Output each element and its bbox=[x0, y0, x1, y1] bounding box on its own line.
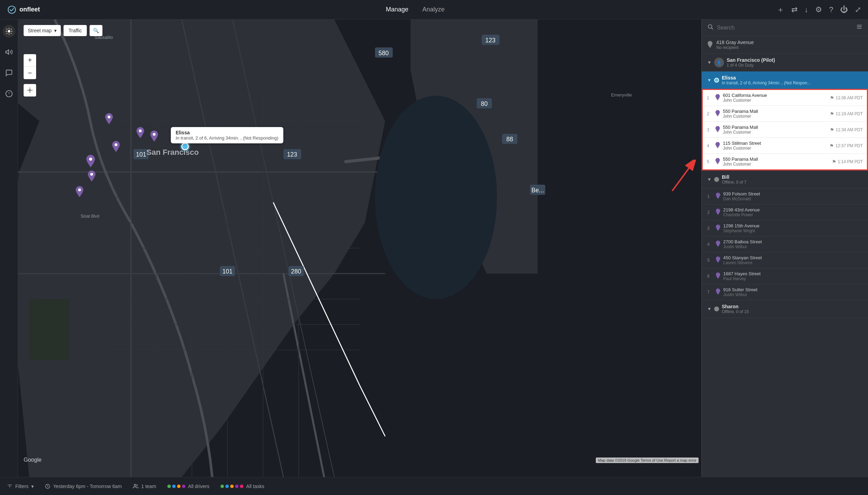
task-number: 1 bbox=[707, 194, 713, 199]
svg-point-56 bbox=[78, 188, 81, 191]
map-area: 101 101 280 123 123 580 80 88 Be... Saus… bbox=[18, 19, 701, 477]
svg-text:123: 123 bbox=[485, 37, 495, 44]
task-recipient: Justin Wilbur bbox=[723, 244, 762, 249]
search-bar bbox=[702, 19, 868, 36]
task-recipient: Paul Harvey bbox=[723, 276, 761, 281]
search-icon bbox=[707, 24, 713, 32]
task-recipient: John Customer bbox=[723, 162, 758, 167]
task-pin-icon bbox=[715, 110, 720, 118]
task-address: 916 Sutter Street bbox=[723, 287, 757, 292]
switch-icon[interactable]: ⇄ bbox=[791, 5, 798, 14]
task-row[interactable]: 3 1298 15th Avenue Stephanie Wright bbox=[702, 220, 868, 236]
task-recipient: John Customer bbox=[723, 98, 767, 103]
driver-elissa-header[interactable]: ▼ Elissa In transit, 2 of 6, Arriving 34… bbox=[702, 72, 868, 89]
task-row[interactable]: 6 1687 Hayes Street Paul Harvey bbox=[702, 268, 868, 284]
task-recipient: John Customer bbox=[723, 146, 761, 151]
task-address: 115 Stillman Street bbox=[723, 141, 761, 146]
task-pin-icon bbox=[716, 241, 720, 248]
task-address: 939 Folsom Street bbox=[723, 191, 760, 196]
task-recipient: Justin Wilbur bbox=[723, 292, 757, 297]
task-number: 3 bbox=[707, 226, 713, 231]
settings-icon[interactable]: ⚙ bbox=[815, 5, 822, 14]
help-icon[interactable]: ? bbox=[829, 5, 833, 14]
traffic-button[interactable]: Traffic bbox=[64, 25, 86, 36]
google-watermark: Google bbox=[24, 457, 42, 463]
task-address: 450 Stanyan Street bbox=[723, 255, 762, 260]
driver-bill-header[interactable]: ▼ Bill Offline, 0 of 7 bbox=[702, 171, 868, 188]
task-row[interactable]: 4 2700 Balboa Street Justin Wilbur bbox=[702, 236, 868, 252]
task-row[interactable]: 4 115 Stillman Street John Customer ⚑ 12… bbox=[703, 138, 867, 154]
logout-icon[interactable]: ⏻ bbox=[840, 5, 848, 14]
megaphone-icon[interactable] bbox=[3, 46, 15, 58]
svg-point-53 bbox=[115, 143, 117, 146]
svg-text:123: 123 bbox=[287, 151, 297, 158]
flag-icon: ⚑ bbox=[830, 95, 834, 101]
driver-group-sf-pilot[interactable]: ▼ 👤 San Francisco (Pilot) 1 of 4 On Duty bbox=[702, 54, 868, 72]
tab-analyze[interactable]: Analyze bbox=[422, 5, 444, 15]
expand-icon[interactable]: ⤢ bbox=[855, 5, 861, 14]
alert-icon[interactable] bbox=[3, 87, 15, 100]
time-range-display: Yesterday 6pm - Tomorrow 6am bbox=[45, 484, 122, 489]
download-icon[interactable]: ↓ bbox=[804, 5, 808, 14]
svg-point-54 bbox=[89, 158, 92, 161]
driver-status-dot-bill bbox=[714, 177, 719, 182]
svg-text:580: 580 bbox=[378, 50, 389, 57]
status-bar: Filters ▾ Yesterday 6pm - Tomorrow 6am 1… bbox=[0, 477, 868, 495]
search-input[interactable] bbox=[717, 25, 853, 31]
chevron-right-icon-sharon: ▼ bbox=[707, 307, 711, 311]
my-location-button[interactable] bbox=[24, 84, 36, 97]
filters-button[interactable]: Filters ▾ bbox=[7, 484, 34, 489]
map-pin-5 bbox=[86, 155, 95, 169]
group-name: San Francisco (Pilot) bbox=[727, 57, 775, 63]
task-address: 1687 Hayes Street bbox=[723, 271, 761, 276]
task-row[interactable]: 7 916 Sutter Street Justin Wilbur bbox=[702, 284, 868, 300]
chevron-down-icon: ▼ bbox=[707, 60, 711, 65]
task-row[interactable]: 1 601 California Avenue John Customer ⚑ … bbox=[703, 90, 867, 106]
search-map-button[interactable]: 🔍 bbox=[90, 25, 102, 36]
task-time: ⚑ 1:14 PM PDT bbox=[832, 159, 863, 165]
svg-text:101: 101 bbox=[136, 151, 146, 158]
driver-status-sharon: Offline, 0 of 15 bbox=[722, 309, 749, 314]
zoom-out-button[interactable]: − bbox=[24, 67, 36, 79]
add-icon[interactable]: ＋ bbox=[777, 5, 784, 15]
svg-point-57 bbox=[708, 25, 712, 28]
group-avatar: 👤 bbox=[714, 58, 724, 67]
task-time: ⚑ 12:37 PM PDT bbox=[829, 143, 863, 149]
svg-text:280: 280 bbox=[291, 268, 301, 275]
map-pin-7 bbox=[75, 186, 84, 199]
unassigned-recipient: No recipient bbox=[716, 45, 754, 50]
driver-location-dot bbox=[181, 143, 189, 150]
task-time: ⚑ 11:19 AM PDT bbox=[830, 111, 863, 117]
task-row[interactable]: 3 550 Panama Mall John Customer ⚑ 11:34 … bbox=[703, 122, 867, 138]
task-recipient: John Customer bbox=[723, 130, 758, 135]
flag-icon: ⚑ bbox=[832, 159, 836, 165]
dashboard-icon[interactable] bbox=[3, 25, 15, 37]
task-row[interactable]: 1 939 Folsom Street Dan McDonald bbox=[702, 188, 868, 204]
chat-icon[interactable] bbox=[3, 67, 15, 79]
task-row[interactable]: 5 550 Panama Mall John Customer ⚑ 1:14 P… bbox=[703, 154, 867, 169]
task-row[interactable]: 2 2198 43rd Avenue Charlotte Power bbox=[702, 204, 868, 220]
svg-text:Be...: Be... bbox=[531, 187, 544, 194]
svg-text:88: 88 bbox=[506, 136, 513, 143]
bill-task-rows: 1 939 Folsom Street Dan McDonald 2 bbox=[702, 188, 868, 300]
map-pin-4 bbox=[112, 141, 120, 153]
list-view-icon[interactable] bbox=[856, 24, 862, 32]
tab-manage[interactable]: Manage bbox=[386, 5, 408, 15]
task-row[interactable]: 2 550 Panama Mall John Customer ⚑ 11:19 … bbox=[703, 106, 867, 122]
nav-right: ＋ ⇄ ↓ ⚙ ? ⏻ ⤢ bbox=[777, 5, 861, 15]
zoom-in-button[interactable]: + bbox=[24, 54, 36, 67]
driver-status-elissa: In transit, 2 of 6, Arriving 34min. , (N… bbox=[722, 81, 811, 85]
svg-point-51 bbox=[139, 129, 142, 132]
map-style-select[interactable]: Street map ▾ bbox=[24, 25, 61, 36]
location-icon bbox=[707, 41, 713, 49]
nav-center: Manage Analyze bbox=[54, 5, 777, 15]
unassigned-item[interactable]: 418 Gray Avenue No recipient bbox=[702, 36, 868, 54]
svg-point-55 bbox=[90, 173, 93, 176]
svg-point-67 bbox=[134, 484, 136, 486]
svg-line-58 bbox=[711, 28, 713, 29]
driver-name-sharon: Sharon bbox=[722, 304, 749, 309]
flag-icon: ⚑ bbox=[829, 143, 834, 149]
driver-sharon-header[interactable]: ▼ Sharon Offline, 0 of 15 bbox=[702, 300, 868, 318]
task-row[interactable]: 5 450 Stanyan Street Lauren Stevens bbox=[702, 252, 868, 268]
main-content: 101 101 280 123 123 580 80 88 Be... Saus… bbox=[0, 19, 868, 477]
